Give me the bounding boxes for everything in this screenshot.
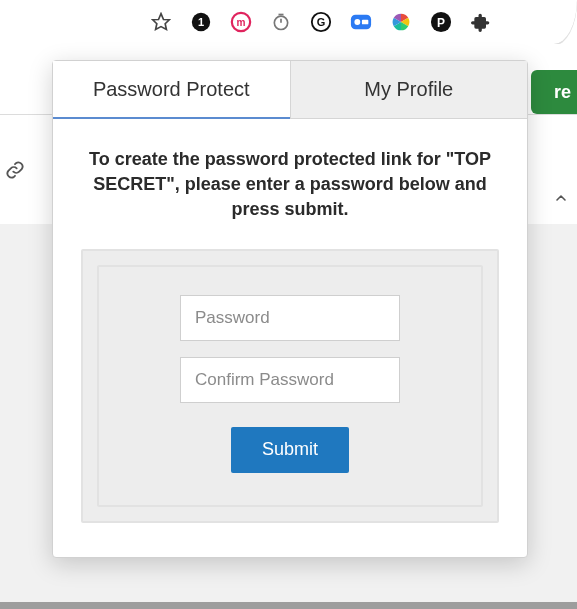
svg-rect-12	[362, 20, 368, 25]
svg-text:G: G	[317, 16, 326, 28]
password-form-frame: Submit	[81, 249, 499, 523]
svg-text:P: P	[437, 16, 445, 30]
page-secondary-toolbar	[0, 150, 26, 190]
share-button-label: re	[554, 82, 571, 103]
camera-icon[interactable]	[350, 11, 372, 33]
notification-icon[interactable]: 1	[190, 11, 212, 33]
browser-extension-bar: 1 m G P	[0, 0, 577, 45]
confirm-password-input[interactable]	[180, 357, 400, 403]
p-circle-icon[interactable]: P	[430, 11, 452, 33]
star-icon[interactable]	[150, 11, 172, 33]
popup-tabs: Password Protect My Profile	[53, 61, 527, 119]
tab-my-profile[interactable]: My Profile	[290, 61, 528, 119]
tab-label: Password Protect	[93, 78, 250, 101]
color-wheel-icon[interactable]	[390, 11, 412, 33]
m-circle-icon[interactable]: m	[230, 11, 252, 33]
expand-chevron-icon[interactable]	[553, 190, 569, 211]
password-input[interactable]	[180, 295, 400, 341]
svg-marker-0	[153, 14, 170, 30]
submit-button[interactable]: Submit	[231, 427, 349, 473]
timer-icon[interactable]	[270, 11, 292, 33]
svg-point-11	[354, 19, 360, 25]
puzzle-icon[interactable]	[470, 11, 492, 33]
g-circle-icon[interactable]: G	[310, 11, 332, 33]
svg-text:m: m	[237, 17, 246, 28]
svg-text:1: 1	[198, 16, 204, 28]
extension-popup: Password Protect My Profile To create th…	[52, 60, 528, 558]
tab-label: My Profile	[364, 78, 453, 101]
popup-body: To create the password protected link fo…	[53, 119, 527, 557]
instruction-text: To create the password protected link fo…	[87, 147, 493, 223]
tab-password-protect[interactable]: Password Protect	[53, 61, 290, 119]
password-form: Submit	[97, 265, 483, 507]
link-icon	[4, 159, 26, 181]
window-bottom-edge	[0, 602, 577, 609]
share-button[interactable]: re	[531, 70, 577, 114]
